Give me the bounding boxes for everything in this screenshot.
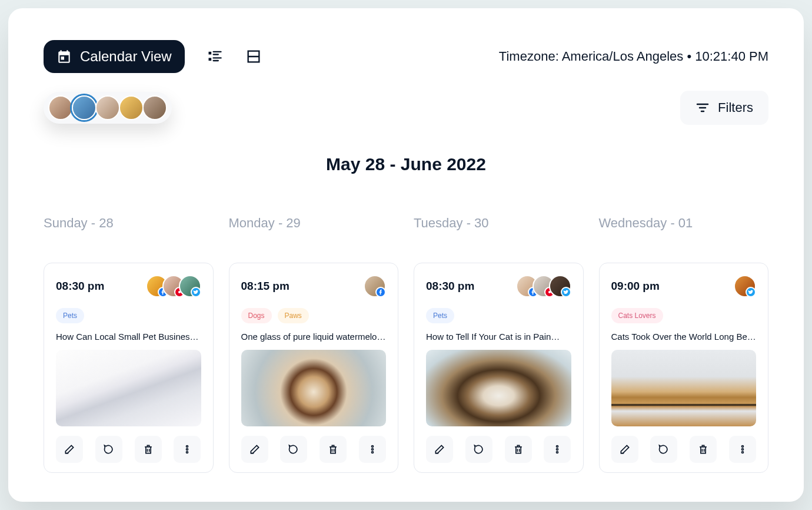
- filters-button[interactable]: Filters: [680, 91, 768, 125]
- day-header: Sunday - 28: [44, 216, 214, 231]
- post-headline: Cats Took Over the World Long Before: [611, 332, 757, 342]
- comment-icon: [658, 443, 670, 455]
- tag[interactable]: Pets: [426, 308, 454, 323]
- post-card[interactable]: 09:00 pm Cats Lovers Cats Took Over the …: [599, 263, 769, 473]
- more-button[interactable]: [544, 436, 571, 463]
- svg-point-22: [371, 449, 373, 451]
- delete-button[interactable]: [690, 436, 717, 463]
- list-view-button[interactable]: [206, 48, 224, 65]
- channel-avatar[interactable]: [179, 275, 201, 297]
- pencil-icon: [619, 443, 631, 455]
- channel-avatars: [146, 275, 201, 297]
- svg-point-36: [741, 452, 743, 453]
- edit-button[interactable]: [241, 436, 268, 463]
- avatar[interactable]: [72, 95, 96, 120]
- subheader-bar: Filters: [8, 73, 804, 125]
- tag-row: Cats Lovers: [611, 308, 757, 323]
- calendar-view-button[interactable]: Calendar View: [44, 40, 185, 73]
- post-time: 08:15 pm: [241, 280, 289, 293]
- day-column: Tuesday - 30 08:30 pm Pets How to Tell I…: [414, 216, 584, 473]
- svg-point-35: [741, 449, 743, 451]
- more-vertical-icon: [181, 443, 193, 455]
- post-headline: One glass of pure liquid watermelon…: [241, 332, 387, 342]
- tag[interactable]: Cats Lovers: [611, 308, 663, 323]
- app-window: Calendar View Timezone: America/Los Ange…: [8, 8, 804, 502]
- day-column: Sunday - 28 08:30 pm Pets How Can Local …: [44, 216, 214, 473]
- channel-avatar[interactable]: [549, 275, 571, 297]
- post-thumbnail: [611, 350, 757, 426]
- delete-button[interactable]: [320, 436, 347, 463]
- calendar-icon: [56, 49, 72, 64]
- post-time: 08:30 pm: [56, 280, 104, 293]
- calendar-view-label: Calendar View: [80, 48, 172, 65]
- card-actions: [611, 436, 757, 463]
- svg-point-29: [557, 449, 558, 451]
- pencil-icon: [64, 443, 75, 455]
- card-actions: [241, 436, 387, 463]
- svg-rect-0: [208, 52, 211, 55]
- comment-button[interactable]: [650, 436, 677, 463]
- comment-button[interactable]: [280, 436, 307, 463]
- more-vertical-icon: [367, 443, 378, 455]
- edit-button[interactable]: [426, 436, 453, 463]
- post-thumbnail: [56, 350, 201, 426]
- day-columns: Sunday - 28 08:30 pm Pets How Can Local …: [8, 174, 804, 473]
- svg-point-34: [741, 446, 743, 448]
- card-actions: [426, 436, 571, 463]
- edit-button[interactable]: [611, 436, 638, 463]
- channel-avatars: [364, 275, 386, 297]
- twitter-icon: [561, 287, 571, 297]
- svg-point-16: [187, 449, 188, 451]
- more-vertical-icon: [551, 443, 563, 455]
- timezone-text: Timezone: America/Los Angeles • 10:21:40…: [499, 49, 768, 64]
- page-title: May 28 - June 2022: [8, 154, 804, 174]
- avatar[interactable]: [142, 95, 167, 120]
- pencil-icon: [434, 443, 445, 455]
- tag-row: Pets: [426, 308, 571, 323]
- split-icon: [245, 48, 262, 65]
- avatar[interactable]: [119, 95, 144, 120]
- more-button[interactable]: [729, 436, 756, 463]
- day-column: Monday - 29 08:15 pm Dogs Paws One glass…: [229, 216, 399, 473]
- svg-point-30: [557, 452, 558, 453]
- avatar[interactable]: [48, 95, 73, 120]
- svg-point-15: [187, 446, 188, 448]
- list-icon: [207, 48, 223, 65]
- comment-icon: [103, 443, 115, 455]
- svg-rect-3: [208, 58, 211, 61]
- post-card[interactable]: 08:15 pm Dogs Paws One glass of pure liq…: [229, 263, 399, 473]
- post-thumbnail: [241, 350, 387, 426]
- user-avatar-stack[interactable]: [44, 92, 172, 124]
- tag[interactable]: Pets: [56, 308, 84, 323]
- card-header: 09:00 pm: [611, 275, 757, 297]
- card-header: 08:30 pm: [426, 275, 571, 297]
- card-header: 08:15 pm: [241, 275, 387, 297]
- tag-row: Pets: [56, 308, 201, 323]
- tag[interactable]: Paws: [278, 308, 309, 323]
- more-button[interactable]: [174, 436, 201, 463]
- day-header: Tuesday - 30: [414, 216, 584, 231]
- tag[interactable]: Dogs: [241, 308, 272, 323]
- edit-button[interactable]: [56, 436, 83, 463]
- channel-avatar[interactable]: [734, 275, 756, 297]
- post-card[interactable]: 08:30 pm Pets How Can Local Small Pet Bu…: [44, 263, 214, 473]
- channel-avatar[interactable]: [364, 275, 386, 297]
- card-actions: [56, 436, 201, 463]
- twitter-icon: [746, 287, 756, 297]
- split-view-button[interactable]: [245, 48, 262, 65]
- svg-point-17: [187, 452, 188, 453]
- comment-icon: [473, 443, 485, 455]
- delete-button[interactable]: [505, 436, 532, 463]
- more-button[interactable]: [359, 436, 386, 463]
- tag-row: Dogs Paws: [241, 308, 387, 323]
- comment-button[interactable]: [465, 436, 492, 463]
- comment-button[interactable]: [95, 436, 122, 463]
- channel-avatars: [516, 275, 571, 297]
- post-card[interactable]: 08:30 pm Pets How to Tell If Your Cat is…: [414, 263, 584, 473]
- svg-point-21: [371, 446, 373, 448]
- avatar[interactable]: [95, 95, 120, 120]
- post-thumbnail: [426, 350, 571, 426]
- day-column: Wednesday - 01 09:00 pm Cats Lovers Cats…: [599, 216, 769, 473]
- delete-button[interactable]: [135, 436, 162, 463]
- day-header: Monday - 29: [229, 216, 399, 231]
